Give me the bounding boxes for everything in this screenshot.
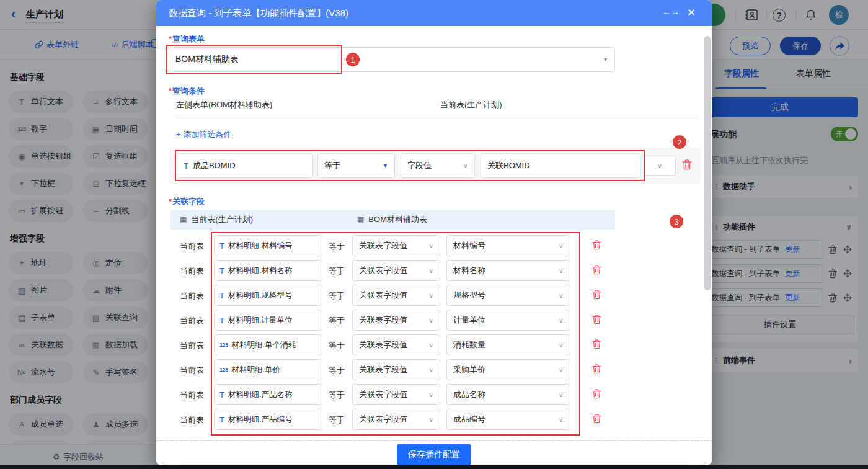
target-field-select[interactable]: 规格型号∨	[446, 285, 570, 306]
filter-operator-select[interactable]: 等于 ▼	[317, 153, 395, 178]
target-field-select[interactable]: 计量单位∨	[446, 310, 570, 331]
target-field-value: 材料名称	[453, 265, 485, 276]
chevron-down-icon: ∨	[463, 162, 468, 170]
target-field-select[interactable]: 材料编号∨	[446, 235, 570, 256]
plugin-config-modal: 数据查询 - 到子表单【功能插件配置】(V38) ← → ✕ *查询表单 BOM…	[156, 0, 712, 465]
trash-icon[interactable]	[592, 414, 601, 424]
target-field-value: 成品名称	[453, 389, 485, 400]
row-operator: 等于	[329, 414, 345, 426]
number-field-icon: 123	[219, 367, 228, 373]
trash-icon[interactable]	[592, 315, 601, 324]
expand-icon[interactable]: ← →	[662, 7, 678, 17]
query-condition-label: *查询条件	[169, 86, 205, 97]
add-filter-link[interactable]: + 添加筛选条件	[176, 129, 231, 140]
modal-scrollbar-thumb[interactable]	[704, 36, 711, 290]
chevron-down-icon: ∨	[559, 292, 564, 300]
table-icon: ▦	[357, 215, 364, 224]
required-asterisk: *	[169, 197, 172, 206]
value-type-select[interactable]: 关联表字段值∨	[352, 310, 440, 331]
target-field-value: 成品编号	[453, 414, 485, 425]
value-type-select[interactable]: 关联表字段值∨	[352, 285, 440, 306]
close-icon[interactable]: ✕	[687, 6, 696, 19]
add-filter-label: 添加筛选条件	[183, 130, 231, 139]
filter-value-type: 字段值	[407, 160, 432, 171]
source-field-input[interactable]: T材料明细.材料编号	[214, 235, 322, 256]
target-field-select[interactable]: 材料名称∨	[446, 260, 570, 281]
target-field-select[interactable]: 成品编号∨	[446, 409, 570, 430]
save-plugin-config-button[interactable]: 保存插件配置	[397, 444, 471, 465]
source-field-input[interactable]: 123材料明细.单价	[214, 359, 322, 380]
annotation-badge-2: 2	[673, 135, 686, 149]
filter-extra-select[interactable]: ∨	[644, 156, 676, 176]
trash-icon[interactable]	[682, 159, 692, 170]
target-field-value: 计量单位	[453, 315, 485, 326]
source-field-input[interactable]: T材料明细.规格型号	[214, 285, 322, 306]
target-field-select[interactable]: 采购单价∨	[446, 359, 570, 380]
row-operator: 等于	[329, 266, 345, 277]
chevron-down-icon: ∨	[559, 341, 564, 349]
query-form-value: BOM材料辅助表	[175, 54, 239, 65]
value-type-select[interactable]: 关联表字段值∨	[352, 384, 440, 405]
target-field-value: 采购单价	[453, 364, 485, 375]
mapping-row: 当前表 123材料明细.单个消耗 等于 关联表字段值∨ 消耗数量∨	[156, 333, 712, 357]
value-type: 关联表字段值	[359, 240, 407, 251]
row-operator: 等于	[329, 390, 345, 401]
value-type-select[interactable]: 关联表字段值∨	[352, 359, 440, 380]
header-current-form: 当前表(生产计划)	[191, 214, 253, 225]
filter-field-value: 成品BOMID	[193, 160, 236, 171]
trash-icon[interactable]	[592, 240, 601, 250]
filter-value: 关联BOMID	[487, 160, 530, 171]
target-field-select[interactable]: 成品名称∨	[446, 384, 570, 405]
source-field-value: 材料明细.产品编号	[228, 414, 292, 425]
trash-icon[interactable]	[592, 290, 601, 300]
row-prefix: 当前表	[180, 315, 204, 326]
source-field-input[interactable]: T材料明细.产品名称	[214, 384, 322, 405]
trash-icon[interactable]	[592, 265, 601, 275]
source-field-input[interactable]: T材料明细.材料名称	[214, 260, 322, 281]
target-field-value: 材料编号	[453, 240, 485, 251]
trash-icon[interactable]	[592, 364, 601, 374]
header-query-form: BOM材料辅助表	[368, 214, 427, 225]
modal-header: 数据查询 - 到子表单【功能插件配置】(V38) ← → ✕	[156, 0, 712, 26]
mapping-row: 当前表 T材料明细.计量单位 等于 关联表字段值∨ 计量单位∨	[156, 308, 712, 333]
source-field-input[interactable]: T材料明细.计量单位	[214, 310, 322, 331]
value-type-select[interactable]: 关联表字段值∨	[352, 260, 440, 281]
app-root: ‹ 生产计划 ? 检 表单外链 ‹/› 后端脚本 基础字段 T单行文本	[0, 0, 868, 469]
row-operator: 等于	[329, 340, 345, 351]
mapping-row: 当前表 123材料明细.单价 等于 关联表字段值∨ 采购单价∨	[156, 357, 712, 382]
value-type-select[interactable]: 关联表字段值∨	[352, 409, 440, 430]
label-text: 关联字段	[172, 197, 205, 206]
current-form-name: 当前表(生产计划)	[440, 99, 502, 110]
related-table-header: ▦ 当前表(生产计划) ▦ BOM材料辅助表	[170, 210, 615, 230]
mapping-row: 当前表 T材料明细.材料编号 等于 关联表字段值∨ 材料编号∨	[156, 233, 712, 258]
query-form-select[interactable]: BOM材料辅助表 ▼	[169, 47, 615, 72]
row-prefix: 当前表	[180, 390, 204, 401]
mapping-row: 当前表 T材料明细.产品编号 等于 关联表字段值∨ 成品编号∨	[156, 407, 712, 432]
number-field-icon: 123	[219, 342, 228, 348]
trash-icon[interactable]	[592, 339, 601, 349]
required-asterisk: *	[169, 34, 172, 43]
source-field-value: 材料明细.材料编号	[228, 241, 292, 251]
chevron-down-icon: ∨	[559, 416, 564, 424]
row-operator: 等于	[329, 365, 345, 376]
trash-icon[interactable]	[592, 389, 601, 399]
value-type-select[interactable]: 关联表字段值∨	[352, 235, 440, 256]
source-field-input[interactable]: 123材料明细.单个消耗	[214, 334, 322, 355]
chevron-down-icon: ∨	[559, 316, 564, 324]
source-field-input[interactable]: T材料明细.产品编号	[214, 409, 322, 430]
filter-value-select[interactable]: 关联BOMID	[480, 153, 640, 178]
target-field-select[interactable]: 消耗数量∨	[446, 334, 570, 355]
value-type: 关联表字段值	[359, 265, 407, 276]
filter-field-input[interactable]: T 成品BOMID	[177, 153, 313, 178]
value-type-select[interactable]: 关联表字段值∨	[352, 334, 440, 355]
row-prefix: 当前表	[180, 340, 204, 351]
value-type: 关联表字段值	[359, 339, 407, 351]
dropdown-arrow-icon: ▼	[383, 163, 388, 169]
label-text: 查询条件	[172, 86, 205, 96]
value-type: 关联表字段值	[359, 290, 407, 301]
source-field-value: 材料明细.单个消耗	[232, 340, 296, 351]
filter-value-type-select[interactable]: 字段值 ∨	[401, 153, 475, 178]
row-operator: 等于	[329, 290, 345, 302]
source-field-value: 材料明细.材料名称	[228, 266, 292, 276]
text-field-icon: T	[219, 390, 224, 400]
